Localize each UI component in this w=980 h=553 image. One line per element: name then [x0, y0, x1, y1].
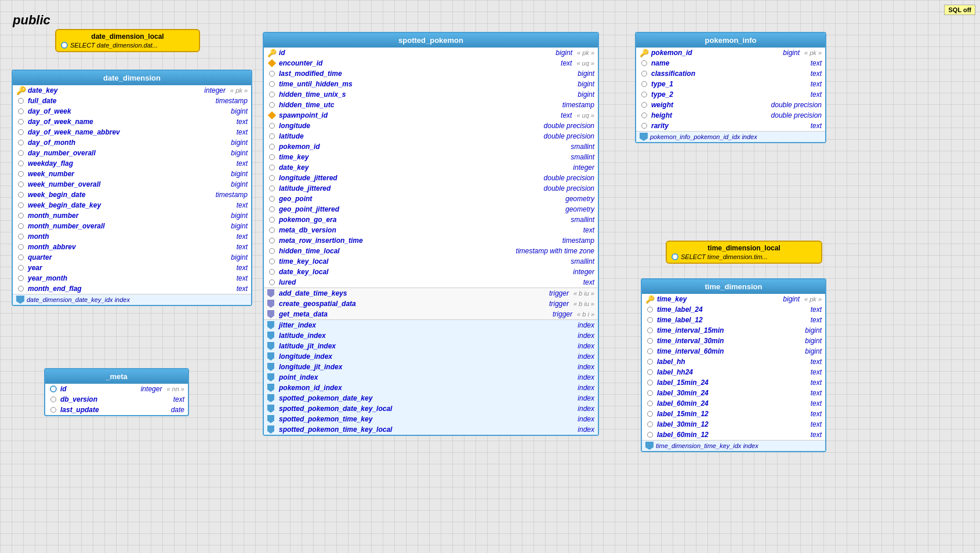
- pokemon-info-header: pokemon_info: [636, 33, 825, 48]
- table-row: time_interval_30min bigint: [642, 336, 825, 346]
- spotted-pokemon-header: spotted_pokemon: [264, 33, 598, 48]
- table-row: week_number bigint: [13, 169, 251, 179]
- table-row: id integer « nn »: [45, 384, 188, 394]
- table-row: month_number_overall bigint: [13, 221, 251, 231]
- index-row: pokemon_id_index index: [264, 383, 598, 393]
- date-dimension-index: date_dimension_date_key_idx index: [13, 294, 251, 305]
- table-row: geo_point_jittered geometry: [264, 204, 598, 214]
- table-row: time_until_hidden_ms bigint: [264, 79, 598, 89]
- table-row: day_of_week_name text: [13, 117, 251, 127]
- table-row: lured text: [264, 277, 598, 288]
- local-circle-icon: [61, 42, 68, 49]
- table-row: pokemon_id smallint: [264, 141, 598, 152]
- table-row: longitude_jittered double precision: [264, 173, 598, 183]
- table-row: day_number_overall bigint: [13, 148, 251, 158]
- table-row: label_60min_12 text: [642, 430, 825, 440]
- table-row: year_month text: [13, 273, 251, 283]
- index-icon: [16, 296, 24, 304]
- trigger-row: create_geospatial_data trigger « b iu »: [264, 299, 598, 309]
- schema-title: public: [13, 13, 50, 28]
- table-row: weight double precision: [636, 100, 825, 110]
- table-row: latitude_jittered double precision: [264, 183, 598, 194]
- index-row: spotted_pokemon_date_key index: [264, 393, 598, 403]
- table-row: time_interval_15min bigint: [642, 325, 825, 336]
- table-row: full_date timestamp: [13, 96, 251, 106]
- table-row: week_begin_date_key text: [13, 200, 251, 210]
- trigger-row: get_meta_data trigger « b i »: [264, 309, 598, 319]
- index-icon: [645, 442, 654, 450]
- date-dimension-local-query: SELECT date_dimension.dat...: [70, 42, 158, 49]
- table-row: last_update date: [45, 405, 188, 415]
- sql-off-badge[interactable]: SQL off: [944, 5, 975, 15]
- table-row: type_2 text: [636, 89, 825, 100]
- table-row: hidden_time_unix_s bigint: [264, 89, 598, 100]
- table-row: 🔑 date_key integer « pk »: [13, 85, 251, 96]
- table-row: time_key_local smallint: [264, 256, 598, 267]
- index-row: spotted_pokemon_date_key_local index: [264, 403, 598, 414]
- time-dimension-header: time_dimension: [642, 279, 825, 294]
- table-row: quarter bigint: [13, 252, 251, 263]
- table-row: spawnpoint_id text « uq »: [264, 110, 598, 121]
- index-row: spotted_pokemon_time_key index: [264, 414, 598, 424]
- table-row: latitude double precision: [264, 131, 598, 141]
- spotted-pokemon-table: spotted_pokemon 🔑 id bigint « pk » encou…: [263, 32, 599, 436]
- table-row: label_15min_12 text: [642, 409, 825, 419]
- table-row: time_label_24 text: [642, 304, 825, 315]
- table-row: longitude double precision: [264, 121, 598, 131]
- table-row: year text: [13, 263, 251, 273]
- table-row: 🔑 id bigint « pk »: [264, 48, 598, 58]
- time-dimension-local-table: time_dimension_local SELECT time_dimensi…: [666, 241, 822, 264]
- index-row: jitter_index index: [264, 320, 598, 330]
- table-row: pokemon_go_era smallint: [264, 214, 598, 225]
- table-row: month_abbrev text: [13, 242, 251, 252]
- date-dimension-table: date_dimension 🔑 date_key integer « pk »…: [12, 70, 252, 306]
- table-row: label_30min_12 text: [642, 419, 825, 430]
- table-row: 🔑 pokemon_id bigint « pk »: [636, 48, 825, 58]
- index-row: spotted_pokemon_time_key_local index: [264, 424, 598, 435]
- table-row: type_1 text: [636, 79, 825, 89]
- table-row: day_of_week bigint: [13, 106, 251, 117]
- table-row: encounter_id text « uq »: [264, 58, 598, 68]
- date-dimension-header: date_dimension: [13, 71, 251, 85]
- table-row: month text: [13, 231, 251, 242]
- table-row: label_15min_24 text: [642, 377, 825, 388]
- table-row: week_begin_date timestamp: [13, 190, 251, 200]
- table-row: date_key integer: [264, 162, 598, 173]
- index-row: latitude_jit_index index: [264, 341, 598, 351]
- table-row: weekday_flag text: [13, 158, 251, 169]
- index-row: longitude_jit_index index: [264, 362, 598, 372]
- table-row: week_number_overall bigint: [13, 179, 251, 190]
- time-dimension-index: time_dimension_time_key_idx index: [642, 440, 825, 451]
- table-row: rarity text: [636, 121, 825, 131]
- table-row: hidden_time_local timestamp with time zo…: [264, 246, 598, 256]
- table-row: name text: [636, 58, 825, 68]
- table-row: geo_point geometry: [264, 194, 598, 204]
- date-dimension-local-title: date_dimension_local: [61, 32, 194, 41]
- time-dimension-table: time_dimension 🔑 time_key bigint « pk » …: [641, 278, 826, 452]
- pokemon-info-table: pokemon_info 🔑 pokemon_id bigint « pk » …: [635, 32, 826, 143]
- table-row: height double precision: [636, 110, 825, 121]
- pokemon-info-index: pokemon_info_pokemon_id_idx index: [636, 131, 825, 142]
- meta-table: _meta id integer « nn » db_version text …: [44, 368, 189, 416]
- index-row: longitude_index index: [264, 351, 598, 362]
- index-icon: [640, 133, 648, 141]
- table-row: label_60min_24 text: [642, 398, 825, 409]
- table-row: meta_row_insertion_time timestamp: [264, 235, 598, 246]
- table-row: label_30min_24 text: [642, 388, 825, 398]
- meta-header: _meta: [45, 369, 188, 384]
- table-row: meta_db_version text: [264, 225, 598, 235]
- table-row: month_end_flag text: [13, 283, 251, 294]
- table-row: db_version text: [45, 394, 188, 405]
- table-row: label_hh24 text: [642, 367, 825, 377]
- index-row: latitude_index index: [264, 330, 598, 341]
- table-row: last_modified_time bigint: [264, 68, 598, 79]
- table-row: date_key_local integer: [264, 267, 598, 277]
- table-row: classification text: [636, 68, 825, 79]
- table-row: day_of_week_name_abbrev text: [13, 127, 251, 137]
- table-row: time_interval_60min bigint: [642, 346, 825, 356]
- table-row: day_of_month bigint: [13, 137, 251, 148]
- table-row: time_key smallint: [264, 152, 598, 162]
- time-dimension-local-query: SELECT time_dimension.tim...: [681, 253, 768, 260]
- local-circle-icon: [672, 253, 678, 260]
- trigger-row: add_date_time_keys trigger « b iu »: [264, 288, 598, 299]
